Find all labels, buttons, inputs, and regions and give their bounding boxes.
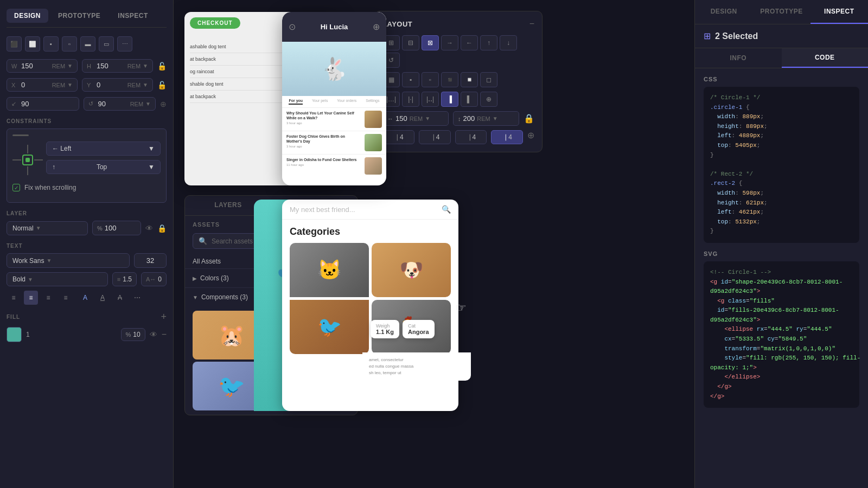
right-tab-inspect[interactable]: INSPECT (810, 0, 868, 24)
tab-prototype[interactable]: PROTOTYPE (50, 9, 108, 23)
layout-copy-icon[interactable]: ⊕ (480, 92, 497, 107)
layout-grid-3[interactable]: ▫ (422, 72, 439, 87)
font-size-field[interactable]: 32 (134, 253, 167, 268)
fill-color-swatch[interactable] (7, 327, 22, 342)
line-height-field[interactable]: ≡ 1.5 (112, 272, 137, 286)
layout-arrow-up[interactable]: ↑ (480, 35, 497, 50)
components-arrow: ▼ (193, 294, 198, 300)
pad-bottom[interactable]: ▕ 4 (491, 130, 523, 144)
phone-nav-pets[interactable]: Your pets (312, 99, 328, 105)
align-text-center[interactable]: ≡ (24, 291, 38, 305)
right-tab-prototype[interactable]: PROTOTYPE (752, 0, 810, 24)
align-right-icon[interactable]: ▪ (43, 36, 59, 52)
phone-nav-orders[interactable]: Your orders (337, 99, 356, 105)
align-middle-v-icon[interactable]: ▬ (80, 36, 95, 52)
vertical-constraint-select[interactable]: ↑ Top ▼ (46, 160, 161, 174)
align-top-v-icon[interactable]: ▫ (62, 36, 77, 52)
info-code-row: INFO CODE (695, 48, 868, 68)
layout-copy2-icon[interactable]: ⊕ (527, 130, 534, 144)
horizontal-constraint-select[interactable]: ← Left ▼ (46, 142, 161, 156)
fix-scroll-checkbox[interactable] (12, 184, 20, 191)
font-style-select[interactable]: Bold ▼ (7, 272, 108, 286)
layout-arrow-right[interactable]: → (441, 35, 458, 50)
align-left-icon[interactable]: ⬛ (7, 36, 22, 52)
assets-search-placeholder[interactable]: Search assets (212, 237, 253, 245)
constraint-hbar (12, 134, 29, 136)
distribute-h-icon[interactable]: ⋯ (117, 36, 132, 52)
pad-right[interactable]: ▕ 4 (455, 130, 487, 144)
align-text-right[interactable]: ≡ (41, 291, 55, 305)
text-underline-A[interactable]: A (95, 291, 110, 305)
opacity-field[interactable]: % 100 (92, 221, 141, 235)
tab-inspect[interactable]: INSPECT (110, 9, 156, 23)
width-field[interactable]: W 150 REM ▼ (7, 59, 78, 73)
letter-spacing-field[interactable]: A↔ 0 (141, 272, 167, 286)
layout-arrow-left[interactable]: ← (461, 35, 478, 50)
right-tabs: DESIGN PROTOTYPE INSPECT (695, 0, 868, 24)
layout-height-box[interactable]: ↕ 200 REM ▼ (453, 111, 519, 126)
layout-dist-4[interactable]: ▐ (441, 92, 458, 107)
align-text-justify[interactable]: ≡ (59, 291, 73, 305)
layer-lock-icon[interactable]: 🔒 (157, 224, 167, 233)
phone-camera-icon[interactable]: ⊙ (289, 22, 296, 32)
lock-position-icon[interactable]: 🔓 (157, 81, 167, 89)
layout-minus-icon[interactable]: − (529, 19, 534, 29)
y-field[interactable]: Y 0 REM ▼ (82, 78, 153, 92)
layout-grid-4[interactable]: ◾ (441, 72, 458, 87)
blend-mode-select[interactable]: Normal ▼ (7, 221, 88, 235)
layout-grid-6[interactable]: ◻ (480, 72, 497, 87)
font-row: Work Sans ▼ 32 (7, 253, 167, 268)
text-strike-A[interactable]: A (113, 291, 127, 305)
align-bottom-v-icon[interactable]: ▭ (99, 36, 114, 52)
pad-left[interactable]: ▕ 4 (382, 130, 414, 144)
lock-aspect-icon[interactable]: 🔓 (157, 62, 167, 70)
weight-tooltip: Weigh 1.1 Kg (371, 320, 399, 338)
radius-icon[interactable]: ⊕ (160, 100, 167, 108)
layout-icon-3[interactable]: ⊠ (422, 35, 439, 50)
add-fill-button[interactable]: + (161, 311, 167, 323)
layout-dist-3[interactable]: |‥| (422, 92, 439, 107)
x-field[interactable]: X 0 REM ▼ (7, 78, 78, 92)
font-family-select[interactable]: Work Sans ▼ (7, 253, 130, 268)
fix-scroll-row[interactable]: Fix when scrolling (12, 184, 161, 191)
canvas-inner: CHECKOUT ●●● ashable dog tent 24.99 🗑 at… (174, 0, 694, 488)
phone-nav-settings[interactable]: Settings (366, 99, 379, 105)
radius-field[interactable]: ↺ 90 REM ▼ (84, 97, 156, 111)
article-thumb-1 (365, 111, 382, 128)
code-button[interactable]: CODE (782, 48, 869, 68)
layout-title: LAYOUT (382, 20, 412, 28)
height-field[interactable]: H 150 REM ▼ (82, 59, 153, 73)
align-center-h-icon[interactable]: ⬜ (25, 36, 40, 52)
text-more-icon[interactable]: ⋯ (130, 291, 144, 305)
angle-field[interactable]: ↙ 90 (7, 97, 79, 111)
checkout-button[interactable]: CHECKOUT (190, 17, 240, 29)
info-button[interactable]: INFO (695, 48, 782, 68)
cat-value: Angora (408, 329, 429, 335)
dimension-wh-row: W 150 REM ▼ H 150 REM ▼ 🔓 (7, 59, 167, 73)
layout-grid-5[interactable]: ◽ (461, 72, 478, 87)
visibility-icon[interactable]: 👁 (145, 224, 153, 233)
layout-grid-2[interactable]: ▪ (402, 72, 419, 87)
fill-opacity-value: 10 (133, 331, 140, 338)
pad-top[interactable]: ▕ 4 (419, 130, 451, 144)
layout-width-box[interactable]: ↔ 150 REM ▼ (382, 111, 449, 126)
layout-panel: LAYOUT − ⊞ ⊟ ⊠ → ← ↑ ↓ ↺ ▦ ▪ ▫ ◾ ◽ ◻ (374, 11, 542, 152)
pet-search-icon[interactable]: 🔍 (442, 205, 451, 214)
phone-title: Hi Lucia (321, 23, 348, 31)
layout-dist-5[interactable]: ▌ (461, 92, 478, 107)
phone-nav-foryou[interactable]: For you (289, 99, 303, 105)
right-tab-design[interactable]: DESIGN (695, 0, 752, 24)
layout-icon-2[interactable]: ⊟ (402, 35, 419, 50)
phone-share-icon[interactable]: ⊕ (373, 22, 380, 32)
text-decoration-A[interactable]: A (78, 291, 92, 305)
fill-visibility-icon[interactable]: 👁 (150, 330, 157, 339)
layer-row: Normal ▼ % 100 👁 🔒 (7, 221, 167, 235)
layout-header: LAYOUT − (382, 19, 534, 29)
layout-arrow-down[interactable]: ↓ (500, 35, 517, 50)
tab-design[interactable]: DESIGN (7, 9, 48, 23)
align-text-left[interactable]: ≡ (7, 291, 21, 305)
layout-lock-icon[interactable]: 🔒 (524, 113, 534, 124)
pet-search-placeholder[interactable]: My next best friend... (290, 206, 437, 214)
layout-dist-2[interactable]: |·| (402, 92, 419, 107)
remove-fill-icon[interactable]: − (162, 330, 167, 339)
